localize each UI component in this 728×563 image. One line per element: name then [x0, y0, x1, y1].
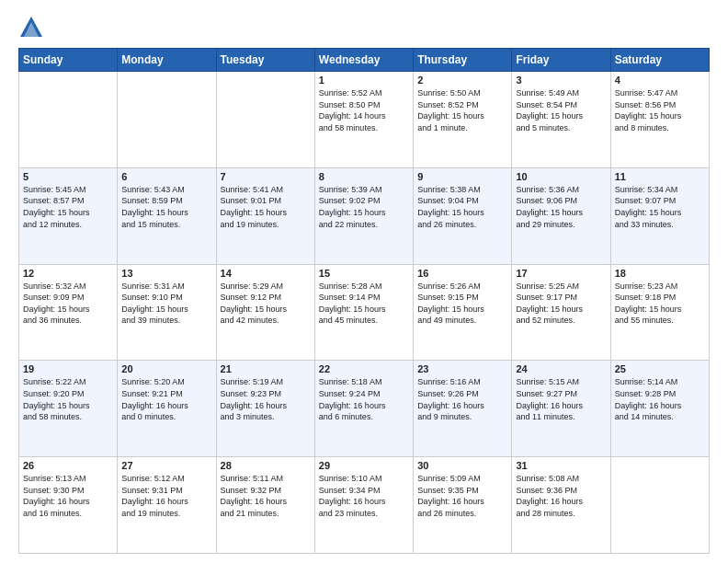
calendar-cell: 14Sunrise: 5:29 AM Sunset: 9:12 PM Dayli…: [216, 264, 314, 361]
page: SundayMondayTuesdayWednesdayThursdayFrid…: [0, 0, 728, 563]
cell-info-text: Sunrise: 5:49 AM Sunset: 8:54 PM Dayligh…: [516, 87, 606, 133]
cell-date-number: 31: [516, 460, 606, 471]
calendar-cell: 5Sunrise: 5:45 AM Sunset: 8:57 PM Daylig…: [19, 167, 118, 264]
calendar-cell: 22Sunrise: 5:18 AM Sunset: 9:24 PM Dayli…: [314, 361, 413, 457]
weekday-header: Friday: [512, 49, 610, 72]
cell-info-text: Sunrise: 5:20 AM Sunset: 9:21 PM Dayligh…: [121, 376, 211, 422]
logo-icon: [18, 15, 44, 40]
cell-date-number: 15: [319, 268, 409, 279]
calendar-cell: 28Sunrise: 5:11 AM Sunset: 9:32 PM Dayli…: [216, 457, 314, 554]
calendar-row: 26Sunrise: 5:13 AM Sunset: 9:30 PM Dayli…: [19, 457, 710, 554]
calendar-cell: 15Sunrise: 5:28 AM Sunset: 9:14 PM Dayli…: [314, 264, 413, 361]
cell-date-number: 26: [23, 460, 113, 471]
weekday-header: Wednesday: [314, 49, 413, 72]
cell-date-number: 24: [516, 363, 606, 374]
cell-info-text: Sunrise: 5:39 AM Sunset: 9:02 PM Dayligh…: [319, 184, 409, 230]
cell-date-number: 13: [121, 268, 211, 279]
calendar-cell: 4Sunrise: 5:47 AM Sunset: 8:56 PM Daylig…: [610, 72, 709, 168]
cell-info-text: Sunrise: 5:41 AM Sunset: 9:01 PM Dayligh…: [221, 184, 311, 230]
cell-info-text: Sunrise: 5:38 AM Sunset: 9:04 PM Dayligh…: [417, 184, 507, 230]
cell-info-text: Sunrise: 5:43 AM Sunset: 8:59 PM Dayligh…: [121, 184, 211, 230]
calendar-row: 1Sunrise: 5:52 AM Sunset: 8:50 PM Daylig…: [19, 72, 710, 168]
calendar-cell: 30Sunrise: 5:09 AM Sunset: 9:35 PM Dayli…: [414, 457, 512, 554]
cell-date-number: 22: [319, 363, 409, 374]
cell-date-number: 20: [121, 363, 211, 374]
calendar-cell: 19Sunrise: 5:22 AM Sunset: 9:20 PM Dayli…: [19, 361, 118, 457]
calendar-cell: 2Sunrise: 5:50 AM Sunset: 8:52 PM Daylig…: [414, 72, 512, 168]
weekday-header: Tuesday: [216, 49, 314, 72]
cell-date-number: 23: [417, 363, 507, 374]
calendar-cell: 13Sunrise: 5:31 AM Sunset: 9:10 PM Dayli…: [118, 264, 216, 361]
header-row: SundayMondayTuesdayWednesdayThursdayFrid…: [19, 49, 710, 72]
cell-info-text: Sunrise: 5:15 AM Sunset: 9:27 PM Dayligh…: [516, 376, 606, 422]
cell-date-number: 4: [615, 75, 705, 86]
cell-info-text: Sunrise: 5:50 AM Sunset: 8:52 PM Dayligh…: [417, 87, 507, 133]
calendar-row: 5Sunrise: 5:45 AM Sunset: 8:57 PM Daylig…: [19, 167, 710, 264]
cell-date-number: 10: [516, 171, 606, 182]
cell-date-number: 2: [417, 75, 507, 86]
logo: [18, 15, 48, 40]
cell-date-number: 28: [221, 460, 311, 471]
cell-info-text: Sunrise: 5:52 AM Sunset: 8:50 PM Dayligh…: [319, 87, 409, 133]
cell-info-text: Sunrise: 5:16 AM Sunset: 9:26 PM Dayligh…: [417, 376, 507, 422]
calendar-cell: 31Sunrise: 5:08 AM Sunset: 9:36 PM Dayli…: [512, 457, 610, 554]
weekday-header: Saturday: [610, 49, 709, 72]
cell-info-text: Sunrise: 5:08 AM Sunset: 9:36 PM Dayligh…: [516, 473, 606, 519]
calendar-cell: 17Sunrise: 5:25 AM Sunset: 9:17 PM Dayli…: [512, 264, 610, 361]
cell-info-text: Sunrise: 5:25 AM Sunset: 9:17 PM Dayligh…: [516, 281, 606, 327]
calendar-cell: 21Sunrise: 5:19 AM Sunset: 9:23 PM Dayli…: [216, 361, 314, 457]
cell-info-text: Sunrise: 5:23 AM Sunset: 9:18 PM Dayligh…: [615, 281, 705, 327]
calendar-cell: 18Sunrise: 5:23 AM Sunset: 9:18 PM Dayli…: [610, 264, 709, 361]
calendar-cell: 27Sunrise: 5:12 AM Sunset: 9:31 PM Dayli…: [118, 457, 216, 554]
cell-date-number: 11: [615, 171, 705, 182]
cell-date-number: 19: [23, 363, 113, 374]
calendar-cell: 7Sunrise: 5:41 AM Sunset: 9:01 PM Daylig…: [216, 167, 314, 264]
cell-info-text: Sunrise: 5:28 AM Sunset: 9:14 PM Dayligh…: [319, 281, 409, 327]
cell-info-text: Sunrise: 5:12 AM Sunset: 9:31 PM Dayligh…: [121, 473, 211, 519]
cell-info-text: Sunrise: 5:31 AM Sunset: 9:10 PM Dayligh…: [121, 281, 211, 327]
cell-date-number: 6: [121, 171, 211, 182]
cell-info-text: Sunrise: 5:11 AM Sunset: 9:32 PM Dayligh…: [221, 473, 311, 519]
cell-date-number: 1: [319, 75, 409, 86]
weekday-header: Monday: [118, 49, 216, 72]
cell-info-text: Sunrise: 5:14 AM Sunset: 9:28 PM Dayligh…: [615, 376, 705, 422]
cell-info-text: Sunrise: 5:32 AM Sunset: 9:09 PM Dayligh…: [23, 281, 113, 327]
calendar-cell: 26Sunrise: 5:13 AM Sunset: 9:30 PM Dayli…: [19, 457, 118, 554]
cell-date-number: 5: [23, 171, 113, 182]
cell-date-number: 3: [516, 75, 606, 86]
calendar-cell: 10Sunrise: 5:36 AM Sunset: 9:06 PM Dayli…: [512, 167, 610, 264]
weekday-header: Thursday: [414, 49, 512, 72]
calendar-cell: 6Sunrise: 5:43 AM Sunset: 8:59 PM Daylig…: [118, 167, 216, 264]
cell-info-text: Sunrise: 5:10 AM Sunset: 9:34 PM Dayligh…: [319, 473, 409, 519]
cell-info-text: Sunrise: 5:47 AM Sunset: 8:56 PM Dayligh…: [615, 87, 705, 133]
cell-date-number: 17: [516, 268, 606, 279]
calendar-cell: 9Sunrise: 5:38 AM Sunset: 9:04 PM Daylig…: [414, 167, 512, 264]
cell-info-text: Sunrise: 5:19 AM Sunset: 9:23 PM Dayligh…: [221, 376, 311, 422]
cell-date-number: 8: [319, 171, 409, 182]
cell-date-number: 21: [221, 363, 311, 374]
calendar-cell: 1Sunrise: 5:52 AM Sunset: 8:50 PM Daylig…: [314, 72, 413, 168]
cell-date-number: 29: [319, 460, 409, 471]
calendar-cell: [118, 72, 216, 168]
cell-date-number: 7: [221, 171, 311, 182]
cell-info-text: Sunrise: 5:18 AM Sunset: 9:24 PM Dayligh…: [319, 376, 409, 422]
calendar-cell: 25Sunrise: 5:14 AM Sunset: 9:28 PM Dayli…: [610, 361, 709, 457]
calendar-cell: 11Sunrise: 5:34 AM Sunset: 9:07 PM Dayli…: [610, 167, 709, 264]
cell-info-text: Sunrise: 5:34 AM Sunset: 9:07 PM Dayligh…: [615, 184, 705, 230]
cell-date-number: 25: [615, 363, 705, 374]
cell-date-number: 30: [417, 460, 507, 471]
calendar-cell: 23Sunrise: 5:16 AM Sunset: 9:26 PM Dayli…: [414, 361, 512, 457]
calendar-cell: 16Sunrise: 5:26 AM Sunset: 9:15 PM Dayli…: [414, 264, 512, 361]
cell-date-number: 14: [221, 268, 311, 279]
calendar-cell: 3Sunrise: 5:49 AM Sunset: 8:54 PM Daylig…: [512, 72, 610, 168]
cell-info-text: Sunrise: 5:13 AM Sunset: 9:30 PM Dayligh…: [23, 473, 113, 519]
header: [18, 15, 710, 40]
cell-info-text: Sunrise: 5:45 AM Sunset: 8:57 PM Dayligh…: [23, 184, 113, 230]
cell-date-number: 12: [23, 268, 113, 279]
cell-date-number: 16: [417, 268, 507, 279]
cell-date-number: 9: [417, 171, 507, 182]
calendar-cell: [610, 457, 709, 554]
calendar-cell: 29Sunrise: 5:10 AM Sunset: 9:34 PM Dayli…: [314, 457, 413, 554]
calendar-cell: [216, 72, 314, 168]
calendar-cell: [19, 72, 118, 168]
